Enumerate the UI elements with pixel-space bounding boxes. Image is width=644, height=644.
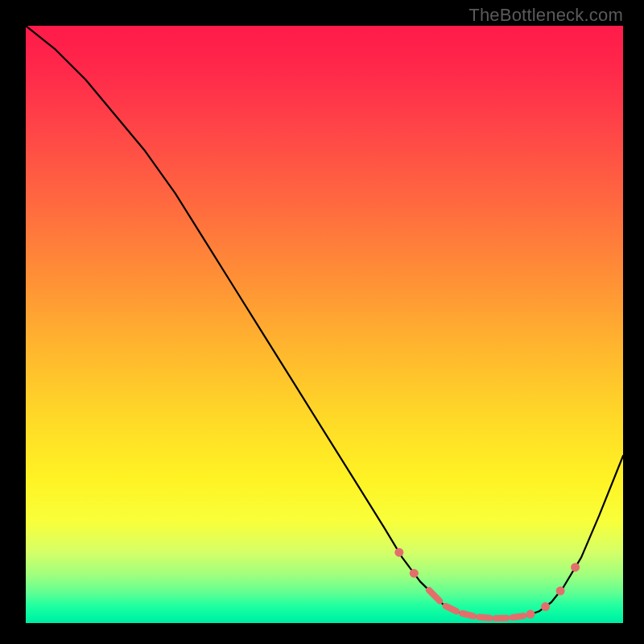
marker-dash (429, 590, 440, 601)
marker-dot (556, 587, 565, 596)
curve-svg (26, 26, 623, 623)
marker-dash (446, 606, 456, 612)
marker-dash (513, 616, 523, 617)
marker-dot (541, 602, 550, 611)
bottleneck-curve (26, 26, 623, 618)
marker-dash (462, 613, 473, 616)
chart-frame: TheBottleneck.com (0, 0, 644, 644)
marker-dot (526, 610, 535, 619)
marker-dot (410, 569, 419, 578)
watermark-text: TheBottleneck.com (469, 5, 623, 26)
marker-dot (394, 548, 403, 557)
marker-dot (571, 563, 580, 572)
plot-area (26, 26, 623, 623)
marker-dash (479, 617, 489, 618)
